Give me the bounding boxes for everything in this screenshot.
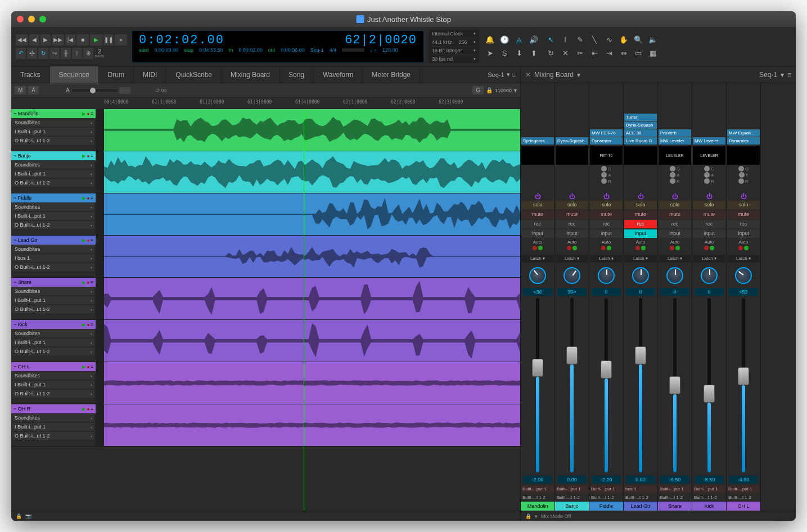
insert-slot[interactable]: Tuner [624,114,657,121]
resolution-value[interactable]: 110000 [495,88,512,93]
out-time[interactable]: 0:00:06.00 [281,47,305,53]
tab-meter-bridge[interactable]: Meter Bridge [363,66,420,83]
soundbite-select[interactable]: Soundbites [12,119,94,127]
menu-icon[interactable]: ≡ [91,407,93,412]
tab-song[interactable]: Song [279,66,314,83]
input-select[interactable]: I Built-i...put 1 [12,170,94,178]
auto-record-icon[interactable] [670,246,674,250]
record-button[interactable]: ● [115,34,127,46]
input-monitor-button[interactable]: input [693,229,725,238]
play-enable-icon[interactable]: ▶ [82,280,85,285]
latch-select[interactable]: Latch ▾ [624,255,657,263]
auto-play-icon[interactable] [744,246,749,250]
mute-button[interactable]: mute [624,210,657,219]
power-icon[interactable]: ⏻ [692,192,726,200]
step-fwd-button[interactable]: ▶ [40,34,51,46]
tab-sequence[interactable]: Sequence [50,66,99,83]
soundbite-select[interactable]: Soundbites [12,372,94,380]
step-back-button[interactable]: ◀ [29,34,39,46]
auto-record-icon[interactable] [635,246,640,250]
insert-slot[interactable]: ProVerb [659,129,691,137]
compressor-display[interactable] [727,146,760,165]
automation-controls[interactable]: Auto [555,238,589,254]
rec-arm-button[interactable]: rec [590,220,623,228]
channel-output-select[interactable]: Built-...t 1-2 [693,494,725,501]
compressor-display[interactable] [624,146,657,165]
click-button[interactable]: ⊕ [83,48,93,59]
menu-icon[interactable]: ≡ [91,196,93,201]
channel-name[interactable]: Banjo [555,502,589,511]
fader[interactable] [624,296,657,475]
zoom-slider[interactable] [72,89,117,92]
output-select[interactable]: O Built-i...ut 1-2 [12,390,94,398]
arrow-button[interactable]: ↪ [49,48,60,59]
input-select[interactable]: I bus 1 [12,254,94,262]
tab-tracks[interactable]: Tracks [11,66,50,83]
play-enable-icon[interactable]: ▶ [82,238,85,243]
power-icon[interactable]: ⏻ [589,192,623,200]
waveform-clip[interactable] [104,362,520,404]
power-icon[interactable]: ⏻ [727,192,760,200]
down-icon[interactable]: ⬇ [513,48,525,59]
autorw-button[interactable]: ▪|▪ [27,48,37,59]
ffwd-button[interactable]: ▶▶ [52,34,64,46]
menu-icon[interactable]: ≡ [91,111,93,116]
rec-arm-button[interactable]: rec [556,220,588,228]
pan-value[interactable]: <52 [729,288,758,296]
arrow-icon[interactable]: ➤ [484,48,496,59]
input-select[interactable]: I Built-i...put 1 [12,339,94,346]
soundbite-select[interactable]: Soundbites [12,330,94,337]
chevron-down-icon[interactable]: ▾ [781,71,784,79]
track-header[interactable]: ~ Lead Gtr ▶●≡ Soundbites I bus 1 O Buil… [11,236,96,277]
seq-indicator[interactable]: Seq-1 [310,47,324,53]
input-select[interactable]: I Built-i...put 1 [12,212,94,220]
waveform-clip[interactable] [104,320,520,362]
power-icon[interactable]: ⏻ [624,192,657,200]
fader[interactable] [555,296,589,475]
input-select[interactable]: I Built-i...put 1 [12,381,94,389]
mute-all-button[interactable]: M [15,86,26,94]
solo-button[interactable]: solo [521,201,554,209]
auto-play-icon[interactable] [641,246,646,250]
zoom-button[interactable] [39,16,46,22]
metronome-icon[interactable]: ◬ [513,34,525,46]
play-enable-icon[interactable]: ▶ [82,196,85,201]
rate-select[interactable]: 44.1 kHz256 [429,38,479,46]
record-arm-icon[interactable]: ● [87,154,89,159]
tab-midi[interactable]: MIDI [134,66,166,83]
track-name[interactable]: ~ Lead Gtr ▶●≡ [11,236,96,245]
pan-knob[interactable] [521,263,554,288]
power-icon[interactable]: ⏻ [555,192,589,200]
fader[interactable] [521,296,554,475]
channel-name[interactable]: Mandolin [521,502,554,511]
chevron-down-icon[interactable]: ▾ [577,71,580,79]
ibeam-tool-icon[interactable]: I [559,34,571,46]
stop-button[interactable]: ■ [76,34,89,46]
box-icon[interactable]: ▭ [632,48,644,59]
solo-button[interactable]: solo [693,201,725,209]
loop-button[interactable]: ↻ [38,48,48,59]
auto-play-icon[interactable] [572,246,577,250]
automation-controls[interactable]: Auto [658,238,692,254]
lock-icon[interactable]: 🔒 [525,513,531,519]
play-enable-icon[interactable]: ▶ [82,364,85,369]
pan-value[interactable]: 0 [592,288,621,296]
mute-button[interactable]: mute [556,210,588,219]
latch-select[interactable]: Latch ▾ [659,255,691,263]
pan-value[interactable]: 0 [626,288,655,296]
play-enable-icon[interactable]: ▶ [82,154,85,159]
pan-value[interactable]: 0 [660,288,689,296]
block-icon[interactable] [119,87,130,94]
soundbite-select[interactable]: Soundbites [12,203,94,211]
input-monitor-button[interactable]: input [521,229,554,238]
output-select[interactable]: O Built-i...ut 1-2 [12,221,94,229]
soundbite-select[interactable]: Soundbites [12,161,94,169]
compressor-display[interactable] [556,146,588,165]
latch-select[interactable]: Latch ▾ [521,255,554,263]
pan-knob[interactable] [589,263,623,288]
input-monitor-button[interactable]: input [727,229,760,238]
channel-output-select[interactable]: Built-...t 1-2 [556,494,588,501]
record-arm-icon[interactable]: ● [87,322,89,327]
record-arm-icon[interactable]: ● [87,280,89,285]
mute-button[interactable]: mute [590,210,623,219]
